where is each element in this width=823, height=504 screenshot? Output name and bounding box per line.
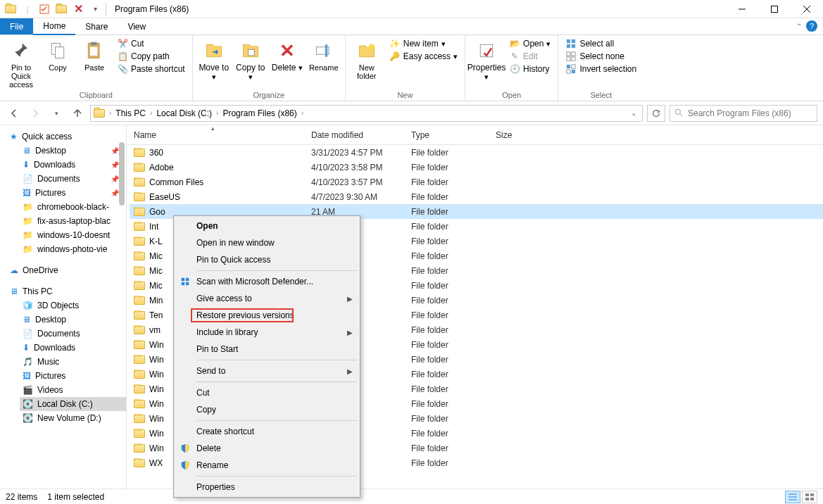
chevron-right-icon[interactable]: › xyxy=(109,109,111,117)
select-all-button[interactable]: Select all xyxy=(563,38,639,49)
select-none-button[interactable]: Select none xyxy=(563,51,639,62)
forward-button[interactable] xyxy=(27,105,44,122)
context-menu-item[interactable]: Send to▶ xyxy=(175,363,358,379)
folder-icon[interactable] xyxy=(3,1,18,17)
recent-locations-button[interactable]: ▾ xyxy=(48,105,65,122)
table-row[interactable]: Adobe4/10/2023 3:58 PMFile folder xyxy=(130,160,823,175)
sidebar-item[interactable]: ⬇Downloads📌 xyxy=(20,158,126,172)
sidebar-item[interactable]: 📄Documents xyxy=(20,327,126,341)
history-button[interactable]: 🕘History xyxy=(506,63,553,75)
context-menu-item[interactable]: Open in new window xyxy=(175,234,358,251)
svg-rect-35 xyxy=(810,498,814,500)
maximize-button[interactable] xyxy=(758,0,791,18)
sidebar-item[interactable]: 💽Local Disk (C:) xyxy=(20,397,126,411)
delete-x-icon[interactable]: ✕ xyxy=(70,1,86,17)
tab-home[interactable]: Home xyxy=(33,18,75,35)
sidebar-item[interactable]: 🖼Pictures xyxy=(20,369,126,383)
context-menu-item[interactable]: Properties xyxy=(175,479,358,496)
new-folder-icon[interactable] xyxy=(54,1,69,17)
column-name[interactable]: Name xyxy=(134,130,311,140)
sidebar-item[interactable]: ⬇Downloads xyxy=(20,341,126,355)
new-item-button[interactable]: ✨New item ▾ xyxy=(387,38,460,49)
paste-shortcut-button[interactable]: 📎Paste shortcut xyxy=(114,63,188,75)
context-menu-item[interactable]: Delete xyxy=(175,440,358,457)
breadcrumb-item[interactable]: Program Files (x86) xyxy=(220,108,299,118)
tab-view[interactable]: View xyxy=(118,18,156,34)
properties-button[interactable]: Properties ▾ xyxy=(470,37,503,81)
sidebar-item[interactable]: 📁windows-10-doesnt xyxy=(20,228,126,242)
sidebar-onedrive[interactable]: ☁OneDrive xyxy=(7,263,126,277)
chevron-right-icon[interactable]: › xyxy=(301,109,303,117)
sidebar-item[interactable]: 🧊3D Objects xyxy=(20,298,126,313)
tab-file[interactable]: File xyxy=(0,18,33,34)
sidebar-item[interactable]: 🖼Pictures📌 xyxy=(20,186,126,200)
minimize-button[interactable] xyxy=(726,0,758,18)
rename-button[interactable]: Rename xyxy=(307,37,341,72)
copy-button[interactable]: Copy xyxy=(41,37,75,72)
context-menu-item[interactable]: Pin to Start xyxy=(175,341,358,358)
sidebar-item[interactable]: 🎬Videos xyxy=(20,383,126,397)
context-menu-item[interactable]: Give access to▶ xyxy=(175,290,358,307)
context-menu-item[interactable]: Scan with Microsoft Defender... xyxy=(175,273,358,290)
sidebar-item[interactable]: 🖥Desktop xyxy=(20,313,126,327)
pin-quick-access-button[interactable]: Pin to Quick access xyxy=(4,37,38,89)
column-type[interactable]: Type xyxy=(411,130,496,140)
sidebar-item[interactable]: 📁chromebook-black- xyxy=(20,200,126,214)
status-bar: 22 items 1 item selected xyxy=(0,489,823,504)
chevron-right-icon[interactable]: › xyxy=(216,109,218,117)
open-button[interactable]: 📂Open ▾ xyxy=(506,38,553,49)
table-row[interactable]: 3603/31/2023 4:57 PMFile folder xyxy=(130,145,823,160)
column-date[interactable]: Date modified xyxy=(311,130,411,140)
sidebar-item[interactable]: 🎵Music xyxy=(20,355,126,369)
sidebar-item[interactable]: 📁fix-asus-laptop-blac xyxy=(20,214,126,228)
breadcrumb-item[interactable]: Local Disk (C:) xyxy=(153,108,215,118)
large-icons-view-button[interactable] xyxy=(802,491,817,503)
refresh-button[interactable] xyxy=(647,105,665,122)
context-menu-item[interactable]: Include in library▶ xyxy=(175,324,358,341)
invert-selection-button[interactable]: Invert selection xyxy=(563,63,639,75)
table-row[interactable]: EaseUS4/7/2023 9:30 AMFile folder xyxy=(130,189,823,204)
new-folder-button[interactable]: New folder xyxy=(350,37,384,80)
help-icon[interactable]: ? xyxy=(806,20,817,32)
breadcrumb[interactable]: › This PC › Local Disk (C:) › Program Fi… xyxy=(90,105,643,122)
qat-dropdown-icon[interactable]: ▾ xyxy=(87,1,103,17)
sidebar-item[interactable]: 📁windows-photo-vie xyxy=(20,242,126,256)
search-input[interactable]: Search Program Files (x86) xyxy=(670,105,817,122)
context-menu-item[interactable]: Rename xyxy=(175,457,358,474)
delete-button[interactable]: ✕Delete ▾ xyxy=(270,37,304,73)
column-size[interactable]: Size xyxy=(496,130,545,140)
tab-share[interactable]: Share xyxy=(75,18,118,34)
context-menu-item[interactable]: Open xyxy=(175,218,358,234)
context-menu-item[interactable]: Pin to Quick access xyxy=(175,251,358,268)
chevron-right-icon[interactable]: › xyxy=(150,109,152,117)
up-button[interactable] xyxy=(69,105,86,122)
menu-separator xyxy=(196,360,357,360)
sidebar-item[interactable]: 📄Documents📌 xyxy=(20,172,126,186)
chevron-down-icon[interactable]: ⌄ xyxy=(631,109,639,117)
cut-button[interactable]: ✂️Cut xyxy=(114,38,188,49)
sidebar-item[interactable]: 💽New Volume (D:) xyxy=(20,411,126,425)
paste-button[interactable]: Paste xyxy=(77,37,111,72)
details-view-button[interactable] xyxy=(785,491,800,503)
properties-icon[interactable] xyxy=(37,1,52,17)
context-menu-item[interactable]: Cut xyxy=(175,384,358,401)
context-menu-item[interactable]: Create shortcut xyxy=(175,423,358,440)
breadcrumb-item[interactable]: This PC xyxy=(113,108,149,118)
copy-path-button[interactable]: 📋Copy path xyxy=(114,51,188,62)
back-button[interactable] xyxy=(6,105,23,122)
sidebar-item[interactable]: 🖥Desktop📌 xyxy=(20,144,126,158)
table-row[interactable]: Common Files4/10/2023 3:57 PMFile folder xyxy=(130,175,823,189)
edit-button[interactable]: ✎Edit xyxy=(506,51,553,62)
easy-access-button[interactable]: 🔑Easy access ▾ xyxy=(387,51,460,62)
collapse-ribbon-icon[interactable]: ⌃ xyxy=(796,23,802,30)
svg-rect-12 xyxy=(325,44,327,57)
sidebar-this-pc[interactable]: 🖥This PC xyxy=(7,284,126,298)
move-to-button[interactable]: Move to ▾ xyxy=(197,37,231,81)
copy-to-button[interactable]: Copy to ▾ xyxy=(234,37,268,81)
sidebar-quick-access[interactable]: ★Quick access xyxy=(7,130,126,144)
context-menu-item[interactable]: Copy xyxy=(175,401,358,418)
item-icon: 📁 xyxy=(23,230,33,240)
context-menu-item[interactable]: Restore previous versions xyxy=(175,307,358,324)
scrollbar[interactable] xyxy=(119,142,125,206)
close-button[interactable] xyxy=(791,0,823,18)
